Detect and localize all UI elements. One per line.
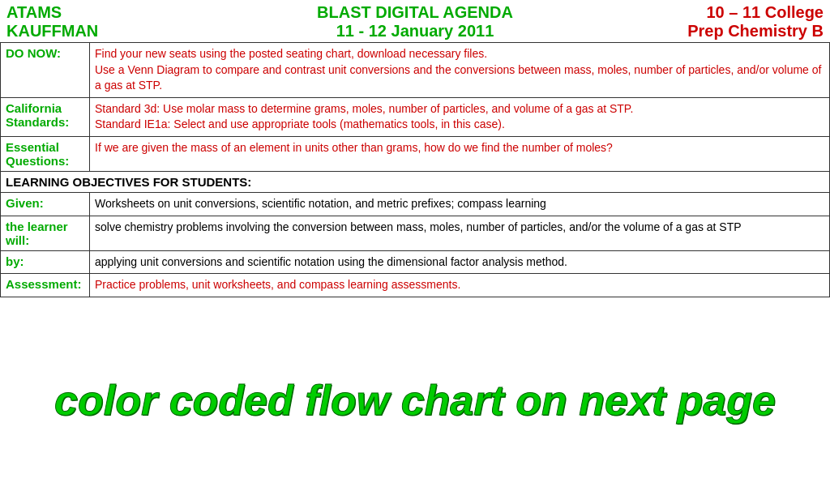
agenda-table: DO NOW: Find your new seats using the po… bbox=[0, 42, 830, 297]
by-row: by: applying unit conversions and scient… bbox=[1, 250, 830, 274]
essential-content: If we are given the mass of an element i… bbox=[90, 136, 830, 171]
assessment-label: Assessment: bbox=[1, 274, 90, 297]
page-wrapper: ATAMS KAUFFMAN BLAST DIGITAL AGENDA 11 -… bbox=[0, 0, 830, 504]
given-content: Worksheets on unit conversions, scientif… bbox=[90, 192, 830, 216]
header-right: 10 – 11 College Prep Chemistry B bbox=[551, 3, 824, 41]
do-now-row: DO NOW: Find your new seats using the po… bbox=[1, 43, 830, 98]
date-text: 11 - 12 January 2011 bbox=[336, 22, 494, 41]
objectives-header-row: LEARNING OBJECTIVES FOR STUDENTS: bbox=[1, 171, 830, 192]
california-label: California Standards: bbox=[1, 97, 90, 136]
header-left: ATAMS KAUFFMAN bbox=[6, 3, 279, 41]
essential-row: Essential Questions: If we are given the… bbox=[1, 136, 830, 171]
assessment-content: Practice problems, unit worksheets, and … bbox=[90, 274, 830, 297]
atams-label: ATAMS bbox=[6, 3, 279, 22]
do-now-content: Find your new seats using the posted sea… bbox=[90, 43, 830, 98]
essential-label: Essential Questions: bbox=[1, 136, 90, 171]
college-line1: 10 – 11 College bbox=[706, 3, 824, 22]
learner-row: the learner will: solve chemistry proble… bbox=[1, 216, 830, 250]
learner-label: the learner will: bbox=[1, 216, 90, 250]
california-row: California Standards: Standard 3d: Use m… bbox=[1, 97, 830, 136]
header-center: BLAST DIGITAL AGENDA 11 - 12 January 201… bbox=[279, 3, 551, 41]
do-now-label: DO NOW: bbox=[1, 43, 90, 98]
california-content: Standard 3d: Use molar mass to determine… bbox=[90, 97, 830, 136]
by-content: applying unit conversions and scientific… bbox=[90, 250, 830, 274]
college-line2: Prep Chemistry B bbox=[687, 22, 824, 41]
essential-label-text: Essential Questions: bbox=[6, 140, 69, 168]
by-label: by: bbox=[1, 250, 90, 274]
header: ATAMS KAUFFMAN BLAST DIGITAL AGENDA 11 -… bbox=[0, 0, 830, 42]
kauffman-label: KAUFFMAN bbox=[6, 22, 279, 41]
objectives-header-cell: LEARNING OBJECTIVES FOR STUDENTS: bbox=[1, 171, 830, 192]
blast-title: BLAST DIGITAL AGENDA bbox=[317, 3, 513, 22]
flow-chart-text: color coded flow chart on next page bbox=[54, 376, 776, 425]
given-label: Given: bbox=[1, 192, 90, 216]
learner-content: solve chemistry problems involving the c… bbox=[90, 216, 830, 250]
assessment-row: Assessment: Practice problems, unit work… bbox=[1, 274, 830, 297]
bottom-section: color coded flow chart on next page bbox=[0, 297, 830, 504]
california-label-text: California Standards: bbox=[6, 101, 69, 129]
given-row: Given: Worksheets on unit conversions, s… bbox=[1, 192, 830, 216]
